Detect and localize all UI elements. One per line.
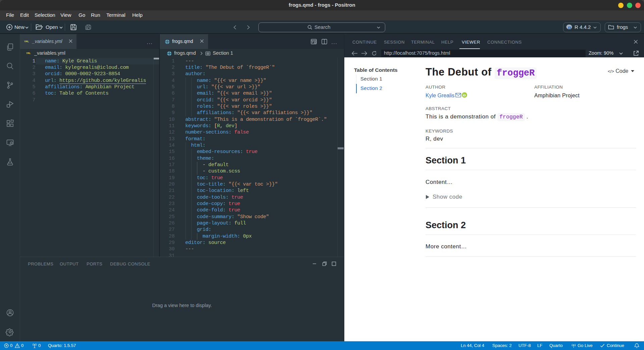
svg-text:R: R	[568, 26, 571, 31]
svg-text:iD: iD	[463, 94, 466, 97]
